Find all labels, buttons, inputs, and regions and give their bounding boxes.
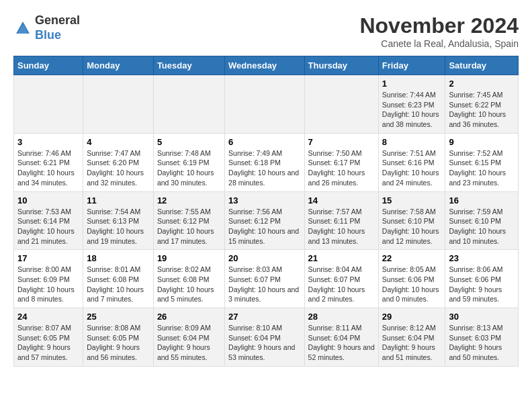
calendar-table: SundayMondayTuesdayWednesdayThursdayFrid… xyxy=(13,56,519,367)
calendar-cell: 19Sunrise: 8:02 AMSunset: 6:08 PMDayligh… xyxy=(153,250,224,308)
header-monday: Monday xyxy=(83,56,154,75)
day-number: 25 xyxy=(87,312,150,322)
day-info: Sunrise: 8:10 AMSunset: 6:04 PMDaylight:… xyxy=(228,323,300,363)
calendar-cell xyxy=(83,75,154,134)
calendar-cell: 5Sunrise: 7:48 AMSunset: 6:19 PMDaylight… xyxy=(153,133,224,191)
day-number: 11 xyxy=(87,195,150,205)
day-info: Sunrise: 8:05 AMSunset: 6:06 PMDaylight:… xyxy=(382,265,442,304)
header-thursday: Thursday xyxy=(304,56,378,75)
calendar-cell xyxy=(14,75,83,134)
day-info: Sunrise: 7:45 AMSunset: 6:22 PMDaylight:… xyxy=(449,90,515,130)
header-friday: Friday xyxy=(378,56,445,75)
day-number: 29 xyxy=(382,312,442,322)
location: Canete la Real, Andalusia, Spain xyxy=(359,38,519,49)
calendar-cell: 22Sunrise: 8:05 AMSunset: 6:06 PMDayligh… xyxy=(378,250,445,308)
day-number: 30 xyxy=(449,312,515,322)
week-row-3: 10Sunrise: 7:53 AMSunset: 6:14 PMDayligh… xyxy=(14,191,519,250)
day-number: 21 xyxy=(308,253,375,263)
day-number: 16 xyxy=(449,195,515,205)
day-number: 1 xyxy=(382,79,442,89)
header-tuesday: Tuesday xyxy=(153,56,224,75)
calendar-cell xyxy=(304,75,378,134)
logo-text: General Blue xyxy=(35,13,80,42)
day-info: Sunrise: 7:47 AMSunset: 6:20 PMDaylight:… xyxy=(87,148,150,188)
calendar-cell: 12Sunrise: 7:55 AMSunset: 6:12 PMDayligh… xyxy=(153,191,224,250)
logo-icon xyxy=(13,19,32,38)
day-number: 17 xyxy=(17,253,79,263)
calendar-cell: 2Sunrise: 7:45 AMSunset: 6:22 PMDaylight… xyxy=(445,75,519,134)
calendar-cell: 3Sunrise: 7:46 AMSunset: 6:21 PMDaylight… xyxy=(14,133,83,191)
day-info: Sunrise: 7:56 AMSunset: 6:12 PMDaylight:… xyxy=(228,207,300,246)
calendar-cell: 16Sunrise: 7:59 AMSunset: 6:10 PMDayligh… xyxy=(445,191,519,250)
header-wednesday: Wednesday xyxy=(225,56,304,75)
day-number: 2 xyxy=(449,79,515,89)
day-info: Sunrise: 8:03 AMSunset: 6:07 PMDaylight:… xyxy=(228,265,300,304)
day-info: Sunrise: 7:57 AMSunset: 6:11 PMDaylight:… xyxy=(308,207,375,246)
calendar-cell: 20Sunrise: 8:03 AMSunset: 6:07 PMDayligh… xyxy=(225,250,304,308)
page-header: General Blue November 2024 Canete la Rea… xyxy=(13,13,519,49)
day-info: Sunrise: 7:51 AMSunset: 6:16 PMDaylight:… xyxy=(382,148,442,188)
header-saturday: Saturday xyxy=(445,56,519,75)
calendar-cell: 21Sunrise: 8:04 AMSunset: 6:07 PMDayligh… xyxy=(304,250,378,308)
day-number: 24 xyxy=(17,312,79,322)
day-info: Sunrise: 7:54 AMSunset: 6:13 PMDaylight:… xyxy=(87,207,150,246)
calendar-cell: 27Sunrise: 8:10 AMSunset: 6:04 PMDayligh… xyxy=(225,308,304,367)
day-info: Sunrise: 7:55 AMSunset: 6:12 PMDaylight:… xyxy=(157,207,221,246)
calendar-cell: 9Sunrise: 7:52 AMSunset: 6:15 PMDaylight… xyxy=(445,133,519,191)
calendar-cell: 28Sunrise: 8:11 AMSunset: 6:04 PMDayligh… xyxy=(304,308,378,367)
day-number: 6 xyxy=(228,137,300,147)
day-number: 14 xyxy=(308,195,375,205)
day-number: 5 xyxy=(157,137,221,147)
day-number: 19 xyxy=(157,253,221,263)
day-info: Sunrise: 8:08 AMSunset: 6:05 PMDaylight:… xyxy=(87,323,150,363)
day-number: 4 xyxy=(87,137,150,147)
calendar-cell: 14Sunrise: 7:57 AMSunset: 6:11 PMDayligh… xyxy=(304,191,378,250)
week-row-5: 24Sunrise: 8:07 AMSunset: 6:05 PMDayligh… xyxy=(14,308,519,367)
calendar-cell: 13Sunrise: 7:56 AMSunset: 6:12 PMDayligh… xyxy=(225,191,304,250)
calendar-cell: 11Sunrise: 7:54 AMSunset: 6:13 PMDayligh… xyxy=(83,191,154,250)
day-number: 8 xyxy=(382,137,442,147)
calendar-cell: 6Sunrise: 7:49 AMSunset: 6:18 PMDaylight… xyxy=(225,133,304,191)
day-number: 26 xyxy=(157,312,221,322)
day-info: Sunrise: 7:58 AMSunset: 6:10 PMDaylight:… xyxy=(382,207,442,246)
day-info: Sunrise: 7:59 AMSunset: 6:10 PMDaylight:… xyxy=(449,207,515,246)
day-info: Sunrise: 8:11 AMSunset: 6:04 PMDaylight:… xyxy=(308,323,375,363)
calendar-cell xyxy=(225,75,304,134)
title-area: November 2024 Canete la Real, Andalusia,… xyxy=(359,13,519,49)
day-info: Sunrise: 7:44 AMSunset: 6:23 PMDaylight:… xyxy=(382,90,442,130)
day-info: Sunrise: 8:09 AMSunset: 6:04 PMDaylight:… xyxy=(157,323,221,363)
day-number: 20 xyxy=(228,253,300,263)
calendar-cell: 10Sunrise: 7:53 AMSunset: 6:14 PMDayligh… xyxy=(14,191,83,250)
calendar-cell: 30Sunrise: 8:13 AMSunset: 6:03 PMDayligh… xyxy=(445,308,519,367)
day-info: Sunrise: 7:48 AMSunset: 6:19 PMDaylight:… xyxy=(157,148,221,188)
calendar-cell: 24Sunrise: 8:07 AMSunset: 6:05 PMDayligh… xyxy=(14,308,83,367)
day-info: Sunrise: 8:02 AMSunset: 6:08 PMDaylight:… xyxy=(157,265,221,304)
calendar-cell: 1Sunrise: 7:44 AMSunset: 6:23 PMDaylight… xyxy=(378,75,445,134)
day-info: Sunrise: 7:46 AMSunset: 6:21 PMDaylight:… xyxy=(17,148,79,188)
day-info: Sunrise: 7:53 AMSunset: 6:14 PMDaylight:… xyxy=(17,207,79,246)
day-number: 28 xyxy=(308,312,375,322)
calendar-cell xyxy=(153,75,224,134)
logo: General Blue xyxy=(13,13,80,42)
day-number: 15 xyxy=(382,195,442,205)
day-number: 9 xyxy=(449,137,515,147)
calendar-cell: 23Sunrise: 8:06 AMSunset: 6:06 PMDayligh… xyxy=(445,250,519,308)
day-info: Sunrise: 8:13 AMSunset: 6:03 PMDaylight:… xyxy=(449,323,515,363)
calendar-cell: 26Sunrise: 8:09 AMSunset: 6:04 PMDayligh… xyxy=(153,308,224,367)
day-info: Sunrise: 8:07 AMSunset: 6:05 PMDaylight:… xyxy=(17,323,79,363)
day-number: 23 xyxy=(449,253,515,263)
day-info: Sunrise: 8:01 AMSunset: 6:08 PMDaylight:… xyxy=(87,265,150,304)
calendar-cell: 15Sunrise: 7:58 AMSunset: 6:10 PMDayligh… xyxy=(378,191,445,250)
calendar-header-row: SundayMondayTuesdayWednesdayThursdayFrid… xyxy=(14,56,519,75)
day-number: 18 xyxy=(87,253,150,263)
day-info: Sunrise: 8:00 AMSunset: 6:09 PMDaylight:… xyxy=(17,265,79,304)
week-row-2: 3Sunrise: 7:46 AMSunset: 6:21 PMDaylight… xyxy=(14,133,519,191)
calendar-cell: 17Sunrise: 8:00 AMSunset: 6:09 PMDayligh… xyxy=(14,250,83,308)
day-number: 3 xyxy=(17,137,79,147)
day-info: Sunrise: 8:04 AMSunset: 6:07 PMDaylight:… xyxy=(308,265,375,304)
calendar-cell: 29Sunrise: 8:12 AMSunset: 6:04 PMDayligh… xyxy=(378,308,445,367)
day-info: Sunrise: 7:52 AMSunset: 6:15 PMDaylight:… xyxy=(449,148,515,188)
day-number: 7 xyxy=(308,137,375,147)
calendar-cell: 25Sunrise: 8:08 AMSunset: 6:05 PMDayligh… xyxy=(83,308,154,367)
day-number: 27 xyxy=(228,312,300,322)
